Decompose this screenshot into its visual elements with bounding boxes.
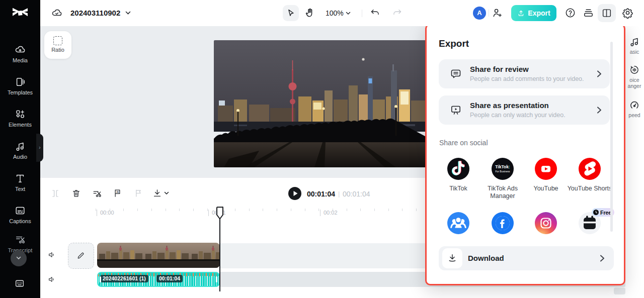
sidebar-item-label: Elements	[0, 122, 40, 128]
project-title[interactable]: 202403110902	[70, 9, 120, 17]
help-icon[interactable]	[565, 7, 576, 19]
sidebar-item-media[interactable]: Media	[0, 44, 40, 63]
right-properties-strip: asic oice anger peed	[625, 26, 644, 298]
settings-gear-icon[interactable]	[622, 7, 633, 19]
free-badge-label: Free	[600, 210, 611, 216]
social-label-youtube-shorts: YouTube Shorts	[566, 185, 614, 192]
sidebar-item-templates[interactable]: Templates	[0, 76, 40, 95]
sidebar-item-label: Media	[0, 57, 40, 63]
total-time: 00:01:04	[343, 190, 370, 198]
cloud-sync-icon	[51, 8, 62, 19]
delete-icon[interactable]	[71, 188, 81, 198]
add-member-icon[interactable]	[492, 7, 503, 19]
chevron-right-icon	[597, 107, 602, 114]
transcript-icon	[15, 234, 26, 245]
speed-icon	[629, 100, 640, 111]
share-for-review-desc: People can add comments to your video.	[470, 75, 584, 82]
avatar[interactable]: A	[473, 7, 486, 20]
svg-text:AI: AI	[116, 191, 119, 193]
panel-scrollbar[interactable]	[610, 42, 613, 232]
capcut-logo	[11, 5, 29, 22]
chevron-right-icon	[600, 255, 605, 262]
select-tool-button[interactable]	[283, 5, 299, 21]
tab-speed-label: peed	[625, 112, 644, 118]
media-cloud-icon	[15, 44, 26, 55]
music-note-icon	[629, 36, 640, 47]
sidebar-item-text[interactable]: Text	[0, 173, 40, 192]
social-label-tiktok: TikTok	[434, 185, 482, 192]
video-preview[interactable]	[214, 40, 432, 167]
zoom-chevron-icon[interactable]	[346, 12, 351, 15]
video-clip[interactable]	[97, 243, 220, 268]
zoom-level[interactable]: 100%	[326, 9, 344, 17]
share-for-review-title: Share for review	[470, 65, 529, 73]
chevron-down-icon[interactable]	[164, 191, 169, 195]
transcript-cut-icon[interactable]	[92, 189, 102, 198]
audio-flyout-handle[interactable]: ›	[36, 134, 43, 162]
sidebar-item-captions[interactable]: Captions	[0, 205, 40, 224]
youtube-shorts-icon[interactable]	[579, 158, 601, 180]
timeline-scrollbar[interactable]	[614, 287, 625, 294]
facebook-icon[interactable]	[492, 212, 514, 234]
export-button[interactable]: Export	[511, 5, 556, 21]
templates-icon	[15, 76, 26, 87]
clock-icon	[593, 210, 599, 215]
social-label-tiktok-ads: TikTok Ads Manager	[478, 185, 527, 200]
tab-basic-label: asic	[625, 49, 644, 55]
export-button-label: Export	[528, 9, 550, 17]
share-on-social-label: Share on social	[439, 139, 488, 147]
ratio-button[interactable]: Ratio	[44, 31, 71, 59]
download-label: Download	[468, 254, 504, 262]
hand-tool-button[interactable]	[304, 7, 316, 19]
current-time: 00:01:04	[307, 190, 335, 198]
captions-icon	[15, 205, 26, 216]
tab-speed[interactable]: peed	[625, 100, 644, 118]
redo-icon	[392, 8, 403, 18]
clip-trim-handle-right[interactable]	[216, 276, 217, 282]
download-card[interactable]: Download	[439, 246, 614, 270]
sidebar-item-label: Captions	[0, 218, 40, 224]
sidebar-item-elements[interactable]: Elements	[0, 109, 40, 128]
ratio-label: Ratio	[44, 47, 71, 53]
layout-panel-button[interactable]	[598, 4, 616, 22]
keyboard-shortcuts-icon[interactable]	[15, 279, 25, 288]
playhead-handle[interactable]	[216, 207, 223, 220]
audio-clip-name: 202402261601 (1)	[100, 275, 148, 282]
clip-trim-handle-left[interactable]	[100, 276, 101, 282]
ai-marker-flag-icon[interactable]: AI	[113, 188, 122, 198]
share-as-presentation-title: Share as presentation	[470, 101, 549, 110]
undo-icon[interactable]	[370, 8, 380, 18]
download-icon[interactable]	[152, 188, 162, 198]
export-panel: Export Share for review People can add c…	[425, 24, 625, 285]
sidebar-item-audio[interactable]: Audio	[0, 141, 40, 160]
tab-basic[interactable]: asic	[625, 36, 644, 55]
sidebar-item-label: Text	[0, 186, 40, 192]
split-icon[interactable]	[51, 189, 60, 198]
text-icon	[15, 173, 26, 184]
export-panel-title: Export	[439, 38, 469, 49]
task-list-icon[interactable]	[583, 7, 594, 19]
cursor-icon	[286, 9, 295, 18]
playhead-line[interactable]	[219, 217, 220, 291]
tab-voice-label-2: anger	[625, 83, 644, 89]
youtube-icon[interactable]	[535, 158, 557, 180]
tiktok-business-icon[interactable]: TikTok: For Business	[492, 158, 514, 180]
share-as-presentation-card[interactable]: Share as presentation People can only wa…	[439, 95, 610, 125]
play-button[interactable]	[288, 187, 301, 200]
share-for-review-card[interactable]: Share for review People can add comments…	[439, 59, 610, 88]
collapse-sidebar-button[interactable]	[11, 250, 27, 266]
community-icon[interactable]	[447, 212, 469, 234]
tiktok-icon[interactable]	[447, 158, 469, 180]
edit-cover-button[interactable]	[68, 243, 94, 269]
project-menu-chevron-icon[interactable]	[125, 11, 131, 15]
mute-video-track-icon[interactable]	[48, 251, 56, 259]
ruler-tick-2: 00:02	[320, 210, 338, 216]
layout-panel-icon	[601, 8, 612, 19]
chevron-right-icon	[597, 70, 602, 77]
upload-icon	[517, 10, 525, 17]
instagram-icon[interactable]	[535, 212, 557, 234]
tab-voice-changer[interactable]: oice anger	[625, 64, 644, 89]
audio-clip[interactable]: 202402261601 (1) 00:01:04	[97, 272, 220, 287]
download-arrow-icon	[447, 253, 458, 264]
mute-audio-track-icon[interactable]	[48, 275, 56, 283]
